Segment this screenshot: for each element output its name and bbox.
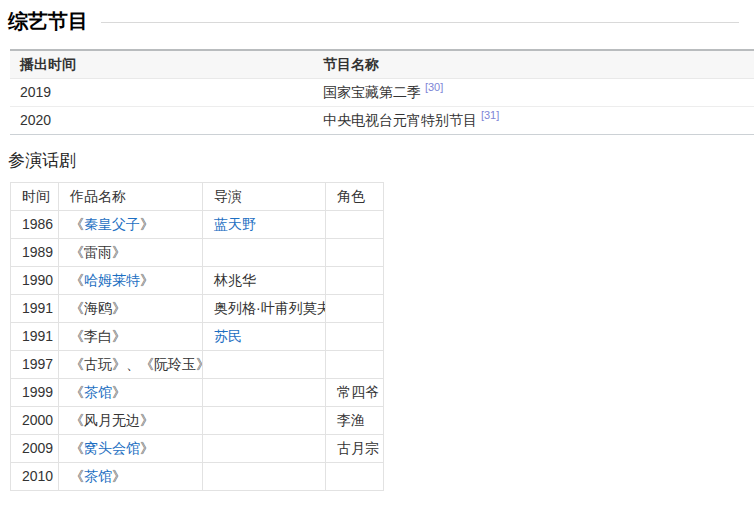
time-cell: 1986 [11, 211, 59, 239]
role-cell [326, 351, 384, 379]
director-cell [203, 351, 326, 379]
role-cell [326, 239, 384, 267]
program-name-cell: 国家宝藏第二季 [30] [313, 79, 754, 107]
variety-section-heading-row: 综艺节目 [8, 8, 754, 34]
time-cell: 1997 [11, 351, 59, 379]
drama-col-time: 时间 [11, 183, 59, 211]
work-name-cell: 《哈姆莱特》 [59, 267, 203, 295]
program-name-text: 中央电视台元宵特别节目 [323, 112, 481, 128]
role-cell [326, 295, 384, 323]
work-text: 《李白》 [70, 328, 126, 344]
drama-table-body: 1986《秦皇父子》蓝天野1989《雷雨》1990《哈姆莱特》林兆华1991《海… [11, 211, 384, 491]
work-text: 《 [70, 216, 84, 232]
work-name-cell: 《秦皇父子》 [59, 211, 203, 239]
work-text: 《风月无边》 [70, 412, 154, 428]
drama-table: 时间 作品名称 导演 角色 1986《秦皇父子》蓝天野1989《雷雨》1990《… [10, 182, 384, 491]
variety-col-program-name: 节目名称 [313, 50, 754, 79]
broadcast-time-cell: 2020 [10, 107, 313, 135]
work-name-cell: 《古玩》、《阮玲玉》 [59, 351, 203, 379]
drama-row: 1997《古玩》、《阮玲玉》 [11, 351, 384, 379]
drama-row: 2009《窝头会馆》古月宗 [11, 435, 384, 463]
work-name-cell: 《海鸥》 [59, 295, 203, 323]
drama-row: 1991《李白》苏民 [11, 323, 384, 351]
time-cell: 2000 [11, 407, 59, 435]
variety-col-broadcast-time: 播出时间 [10, 50, 313, 79]
work-name-cell: 《窝头会馆》 [59, 435, 203, 463]
role-cell [326, 211, 384, 239]
reference-link[interactable]: [30] [425, 81, 443, 93]
broadcast-time-cell: 2019 [10, 79, 313, 107]
role-cell [326, 323, 384, 351]
drama-table-head: 时间 作品名称 导演 角色 [11, 183, 384, 211]
director-cell: 奥列格·叶甫列莫夫 [203, 295, 326, 323]
work-name-cell: 《风月无边》 [59, 407, 203, 435]
variety-table-body: 2019国家宝藏第二季 [30]2020中央电视台元宵特别节目 [31] [10, 79, 754, 135]
work-link[interactable]: 茶馆 [84, 468, 112, 484]
time-cell: 1989 [11, 239, 59, 267]
director-cell [203, 379, 326, 407]
drama-row: 1999《茶馆》常四爷 [11, 379, 384, 407]
work-link[interactable]: 哈姆莱特 [84, 272, 140, 288]
variety-row: 2020中央电视台元宵特别节目 [31] [10, 107, 754, 135]
director-cell [203, 463, 326, 491]
work-text: 》 [112, 468, 126, 484]
time-cell: 1991 [11, 323, 59, 351]
role-cell [326, 267, 384, 295]
work-name-cell: 《茶馆》 [59, 463, 203, 491]
drama-row: 1989《雷雨》 [11, 239, 384, 267]
drama-col-work: 作品名称 [59, 183, 203, 211]
reference-link[interactable]: [31] [481, 109, 499, 121]
drama-col-director: 导演 [203, 183, 326, 211]
director-text: 奥列格·叶甫列莫夫 [214, 300, 326, 316]
director-cell [203, 407, 326, 435]
heading-divider-line [101, 22, 739, 23]
work-link[interactable]: 秦皇父子 [84, 216, 140, 232]
drama-col-role: 角色 [326, 183, 384, 211]
variety-table-head: 播出时间 节目名称 [10, 50, 754, 79]
work-text: 《古玩》、《阮玲玉》 [70, 356, 203, 372]
work-text: 《 [70, 384, 84, 400]
reference-superscript: [30] [425, 81, 443, 93]
drama-row: 1990《哈姆莱特》林兆华 [11, 267, 384, 295]
reference-superscript: [31] [481, 109, 499, 121]
director-cell: 苏民 [203, 323, 326, 351]
program-name-text: 国家宝藏第二季 [323, 84, 425, 100]
drama-section-title: 参演话剧 [8, 150, 754, 172]
director-text: 林兆华 [214, 272, 256, 288]
director-cell: 林兆华 [203, 267, 326, 295]
time-cell: 1991 [11, 295, 59, 323]
drama-header-row: 时间 作品名称 导演 角色 [11, 183, 384, 211]
work-text: 《雷雨》 [70, 244, 126, 260]
work-link[interactable]: 茶馆 [84, 384, 112, 400]
drama-row: 1986《秦皇父子》蓝天野 [11, 211, 384, 239]
work-text: 》 [140, 440, 154, 456]
program-name-cell: 中央电视台元宵特别节目 [31] [313, 107, 754, 135]
work-name-cell: 《茶馆》 [59, 379, 203, 407]
work-name-cell: 《雷雨》 [59, 239, 203, 267]
director-cell [203, 435, 326, 463]
director-cell: 蓝天野 [203, 211, 326, 239]
time-cell: 2009 [11, 435, 59, 463]
work-name-cell: 《李白》 [59, 323, 203, 351]
role-cell [326, 463, 384, 491]
role-cell: 常四爷 [326, 379, 384, 407]
work-link[interactable]: 窝头会馆 [84, 440, 140, 456]
drama-row: 2010《茶馆》 [11, 463, 384, 491]
director-link[interactable]: 蓝天野 [214, 216, 256, 232]
role-cell: 李渔 [326, 407, 384, 435]
time-cell: 2010 [11, 463, 59, 491]
work-text: 《海鸥》 [70, 300, 126, 316]
role-cell: 古月宗 [326, 435, 384, 463]
time-cell: 1990 [11, 267, 59, 295]
work-text: 《 [70, 272, 84, 288]
work-text: 》 [140, 272, 154, 288]
work-text: 《 [70, 468, 84, 484]
article-body: 综艺节目 播出时间 节目名称 2019国家宝藏第二季 [30]2020中央电视台… [0, 0, 754, 491]
variety-section-title: 综艺节目 [8, 8, 88, 34]
director-cell [203, 239, 326, 267]
variety-table: 播出时间 节目名称 2019国家宝藏第二季 [30]2020中央电视台元宵特别节… [10, 49, 754, 135]
drama-row: 2000《风月无边》李渔 [11, 407, 384, 435]
work-text: 》 [140, 216, 154, 232]
director-link[interactable]: 苏民 [214, 328, 242, 344]
work-text: 《 [70, 440, 84, 456]
